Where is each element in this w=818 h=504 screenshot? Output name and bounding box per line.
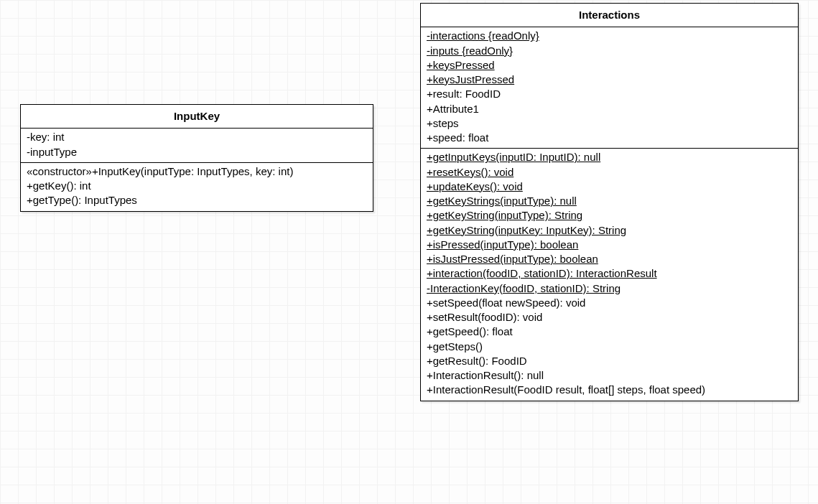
uml-class-interactions[interactable]: Interactions -interactions {readOnly} -i… [420, 3, 799, 401]
attribute: +result: FoodID [427, 87, 792, 101]
uml-class-inputkey[interactable]: InputKey -key: int -inputType «construct… [20, 104, 373, 212]
method-static: +isJustPressed(inputType): boolean [427, 252, 792, 266]
method-static: +getKeyString(inputKey: InputKey): Strin… [427, 223, 792, 238]
class-name: Interactions [421, 4, 798, 27]
attribute: +speed: float [427, 131, 792, 145]
method-static: +isPressed(inputType): boolean [427, 238, 792, 252]
method-static: +updateKeys(): void [427, 179, 792, 194]
class-name: InputKey [21, 105, 373, 129]
method: +getSteps() [427, 340, 792, 354]
attribute: +steps [427, 116, 792, 131]
method-static: +resetKeys(): void [427, 165, 792, 179]
method: +getType(): InputTypes [27, 193, 367, 207]
attribute-static: +keysPressed [427, 58, 792, 73]
method-static: +getKeyStrings(inputType): null [427, 194, 792, 208]
method: +InteractionResult(): null [427, 368, 792, 383]
method-static: -InteractionKey(foodID, stationID): Stri… [427, 281, 792, 296]
attribute-static: -inputs {readOnly} [427, 44, 792, 58]
attributes-section: -key: int -inputType [21, 129, 373, 162]
method: +setSpeed(float newSpeed): void [427, 296, 792, 310]
method-static: +getKeyString(inputType): String [427, 208, 792, 223]
methods-section: +getInputKeys(inputID: InputID): null +r… [421, 148, 798, 400]
attribute: -inputType [27, 145, 367, 159]
method-static: +getInputKeys(inputID: InputID): null [427, 150, 792, 164]
method: +getResult(): FoodID [427, 354, 792, 368]
method: «constructor»+InputKey(inputType: InputT… [27, 164, 367, 179]
attributes-section: -interactions {readOnly} -inputs {readOn… [421, 27, 798, 148]
methods-section: «constructor»+InputKey(inputType: InputT… [21, 162, 373, 211]
method: +InteractionResult(FoodID result, float[… [427, 383, 792, 397]
method: +getKey(): int [27, 179, 367, 193]
attribute-static: -interactions {readOnly} [427, 29, 792, 43]
method: +setResult(foodID): void [427, 310, 792, 325]
attribute-static: +keysJustPressed [427, 73, 792, 87]
method-static: +interaction(foodID, stationID): Interac… [427, 266, 792, 281]
method: +getSpeed(): float [427, 325, 792, 339]
attribute: +Attribute1 [427, 102, 792, 116]
attribute: -key: int [27, 130, 367, 144]
